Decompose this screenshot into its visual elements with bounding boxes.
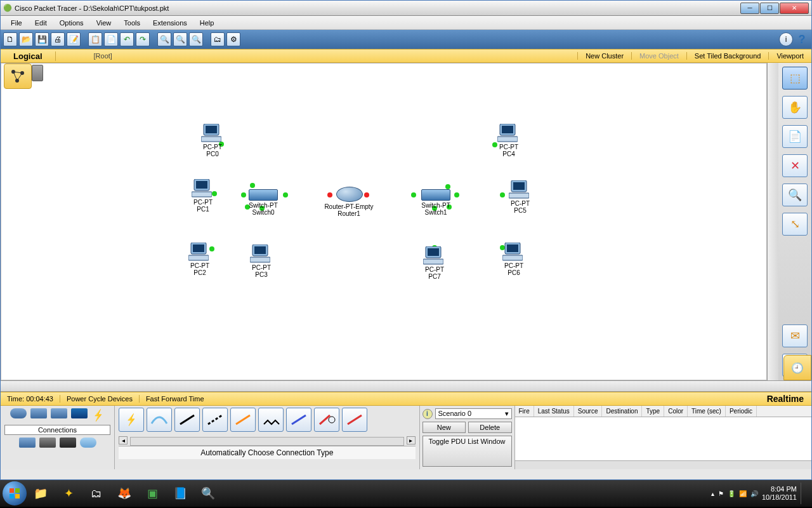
tray-up-icon[interactable]: ▴ xyxy=(711,490,714,497)
titlebar[interactable]: 🟢 Cisco Packet Tracer - D:\Sekolah\CPT\t… xyxy=(1,1,811,16)
taskbar-app-6[interactable]: 📘 xyxy=(167,483,193,504)
delete-scenario-button[interactable]: Delete xyxy=(468,422,512,433)
tray-flag-icon[interactable]: ⚑ xyxy=(718,490,724,497)
enddevice-category-icon[interactable] xyxy=(19,438,36,448)
custom-category-icon[interactable] xyxy=(60,438,76,448)
device-switch1[interactable] xyxy=(421,189,450,201)
paste-icon[interactable]: 📄 xyxy=(104,32,118,46)
root-breadcrumb[interactable]: [Root] xyxy=(56,52,150,60)
copper-straight-icon[interactable] xyxy=(174,408,200,432)
navigation-tab[interactable] xyxy=(4,64,44,89)
col-source[interactable]: Source xyxy=(574,406,603,417)
show-desktop-button[interactable] xyxy=(801,483,806,504)
new-scenario-button[interactable]: New xyxy=(422,422,466,433)
new-cluster-button[interactable]: New Cluster xyxy=(577,52,631,60)
col-color[interactable]: Color xyxy=(664,406,688,417)
multiuser-category-icon[interactable] xyxy=(80,438,96,448)
taskbar-app-5[interactable]: ▣ xyxy=(140,483,165,504)
wireless-category-icon[interactable] xyxy=(71,408,88,418)
realtime-tab-icon[interactable]: 🕘 xyxy=(783,355,811,380)
menu-file[interactable]: File xyxy=(4,19,29,27)
wan-category-icon[interactable] xyxy=(39,438,56,448)
delete-tool-icon[interactable]: ✕ xyxy=(782,154,808,177)
device-pc5[interactable] xyxy=(509,180,529,199)
minimize-button[interactable]: ─ xyxy=(740,3,759,14)
auto-connection-icon[interactable]: ⚡ xyxy=(119,408,144,432)
move-tool-icon[interactable]: ✋ xyxy=(782,96,808,119)
menu-edit[interactable]: Edit xyxy=(29,19,53,27)
taskbar-app-2[interactable]: ✦ xyxy=(56,483,81,504)
phone-cable-icon[interactable] xyxy=(258,408,284,432)
zoom-out-icon[interactable]: 🔍 xyxy=(189,32,203,46)
device-pc3[interactable] xyxy=(250,244,270,264)
menu-help[interactable]: Help xyxy=(193,19,221,27)
device-pc2[interactable] xyxy=(188,243,209,262)
taskbar-app-7[interactable]: 🔍 xyxy=(195,483,221,504)
device-pc7[interactable] xyxy=(423,246,443,265)
zoom-in-icon[interactable]: 🔍 xyxy=(157,32,171,46)
connection-category-icon[interactable]: ⚡ xyxy=(93,408,103,422)
fiber-cable-icon[interactable] xyxy=(230,408,256,432)
system-tray[interactable]: ▴ ⚑ 🔋 📶 🔊 8:04 PM 10/18/2011 xyxy=(711,483,809,504)
start-button[interactable] xyxy=(3,481,27,505)
note-tool-icon[interactable]: 📄 xyxy=(782,125,808,148)
viewport-button[interactable]: Viewport xyxy=(768,52,811,60)
horizontal-scrollbar[interactable] xyxy=(1,380,811,392)
new-file-icon[interactable]: 🗋 xyxy=(3,32,17,46)
menu-tools[interactable]: Tools xyxy=(117,19,147,27)
vertical-scrollbar[interactable] xyxy=(767,63,778,380)
device-scrollbar[interactable] xyxy=(130,437,404,446)
zoom-reset-icon[interactable]: 🔍 xyxy=(173,32,187,46)
topology-canvas[interactable]: PC-PTPC0 PC-PTPC1 PC-PTPC2 PC-PTPC3 Swit… xyxy=(1,64,766,380)
save-icon[interactable]: 💾 xyxy=(35,32,49,46)
scroll-left-button[interactable]: ◂ xyxy=(119,436,128,444)
menu-view[interactable]: View xyxy=(90,19,118,27)
power-cycle-button[interactable]: Power Cycle Devices xyxy=(60,395,140,403)
copy-icon[interactable]: 📋 xyxy=(88,32,102,46)
select-tool-icon[interactable]: ⬚ xyxy=(782,67,808,90)
undo-icon[interactable]: ↶ xyxy=(120,32,134,46)
switch-category-icon[interactable] xyxy=(30,408,47,418)
set-background-button[interactable]: Set Tiled Background xyxy=(686,52,769,60)
col-periodic[interactable]: Periodic xyxy=(726,406,757,417)
fast-forward-button[interactable]: Fast Forward Time xyxy=(140,395,211,403)
device-pc0[interactable] xyxy=(201,124,221,143)
device-pc1[interactable] xyxy=(192,179,212,198)
info-icon[interactable]: i xyxy=(422,409,433,419)
inspect-tool-icon[interactable]: 🔍 xyxy=(782,184,808,206)
pdu-scrollbar[interactable] xyxy=(515,460,812,469)
device-router1[interactable] xyxy=(336,187,363,202)
router-category-icon[interactable] xyxy=(10,408,27,418)
help-icon[interactable]: ? xyxy=(795,32,809,46)
tray-clock[interactable]: 8:04 PM 10/18/2011 xyxy=(762,485,797,502)
device-pc4[interactable] xyxy=(497,124,518,143)
maximize-button[interactable]: ☐ xyxy=(760,3,779,14)
hub-category-icon[interactable] xyxy=(51,408,67,418)
add-simple-pdu-icon[interactable]: ✉ xyxy=(782,324,808,347)
open-file-icon[interactable]: 📂 xyxy=(19,32,33,46)
col-type[interactable]: Type xyxy=(642,406,664,417)
device-pc6[interactable] xyxy=(502,243,523,262)
resize-tool-icon[interactable]: ⤡ xyxy=(782,213,808,236)
close-button[interactable]: ✕ xyxy=(780,3,809,14)
taskbar-app-3[interactable]: 🗂 xyxy=(84,483,109,504)
tray-volume-icon[interactable]: 🔊 xyxy=(750,490,758,497)
print-icon[interactable]: 🖨 xyxy=(51,32,65,46)
serial-dce-icon[interactable] xyxy=(314,408,339,432)
console-cable-icon[interactable] xyxy=(147,408,172,432)
taskbar-app-4[interactable]: 🦊 xyxy=(112,483,137,504)
wizard-icon[interactable]: 📝 xyxy=(67,32,81,46)
info-icon[interactable]: i xyxy=(779,32,793,46)
menu-extensions[interactable]: Extensions xyxy=(147,19,193,27)
copper-crossover-icon[interactable] xyxy=(202,408,228,432)
palette-icon[interactable]: 🗂 xyxy=(211,32,225,46)
logical-tab[interactable]: Logical xyxy=(1,51,56,61)
col-destination[interactable]: Destination xyxy=(602,406,642,417)
taskbar-app-1[interactable]: 📁 xyxy=(28,483,53,504)
toggle-pdu-button[interactable]: Toggle PDU List Window xyxy=(422,436,512,467)
tray-network-icon[interactable]: 📶 xyxy=(739,490,747,497)
windows-taskbar[interactable]: 📁 ✦ 🗂 🦊 ▣ 📘 🔍 ▴ ⚑ 🔋 📶 🔊 8:04 PM 10/18/20… xyxy=(0,480,812,507)
col-last-status[interactable]: Last Status xyxy=(534,406,574,417)
pdu-list-body[interactable] xyxy=(515,417,812,460)
tray-battery-icon[interactable]: 🔋 xyxy=(728,490,735,497)
